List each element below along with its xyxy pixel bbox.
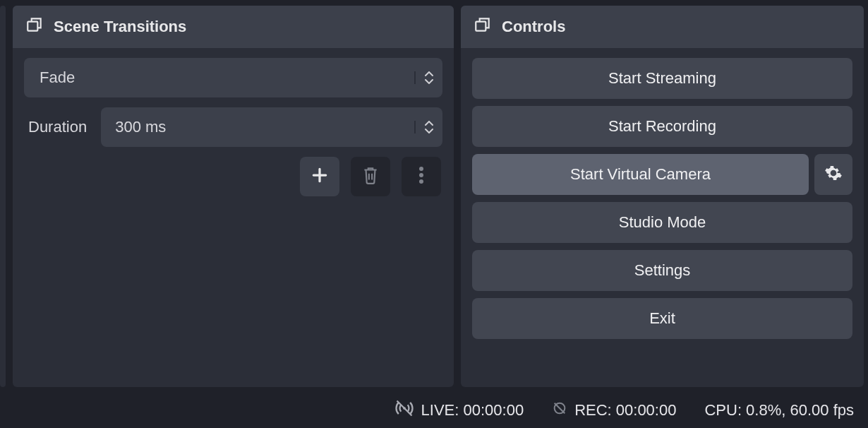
- controls-title: Controls: [502, 18, 565, 36]
- dock-icon: [25, 16, 44, 38]
- duration-input[interactable]: 300 ms: [101, 107, 442, 147]
- svg-point-1: [419, 167, 423, 171]
- duration-label: Duration: [24, 118, 87, 136]
- status-live[interactable]: LIVE: 00:00:00: [394, 398, 524, 422]
- broadcast-off-icon: [394, 398, 414, 422]
- transition-select[interactable]: Fade: [24, 58, 442, 97]
- exit-button[interactable]: Exit: [472, 298, 852, 339]
- controls-panel: Controls Start Streaming Start Recording…: [461, 6, 864, 387]
- scene-transitions-header[interactable]: Scene Transitions: [13, 6, 454, 48]
- status-rec-text: REC: 00:00:00: [574, 401, 676, 420]
- trash-icon: [361, 165, 380, 188]
- start-streaming-button[interactable]: Start Streaming: [472, 58, 852, 99]
- settings-button[interactable]: Settings: [472, 250, 852, 291]
- controls-header[interactable]: Controls: [461, 6, 864, 48]
- status-rec[interactable]: REC: 00:00:00: [552, 400, 676, 420]
- add-transition-button[interactable]: [300, 157, 339, 196]
- duration-input-value: 300 ms: [101, 118, 414, 136]
- status-live-text: LIVE: 00:00:00: [421, 401, 524, 420]
- plus-icon: [311, 166, 329, 187]
- virtual-camera-settings-button[interactable]: [814, 154, 852, 195]
- status-bar: LIVE: 00:00:00 REC: 00:00:00 CPU: 0.8%, …: [0, 394, 868, 427]
- transition-select-value: Fade: [24, 69, 414, 87]
- transition-select-stepper[interactable]: [414, 71, 442, 84]
- scene-transitions-title: Scene Transitions: [54, 18, 186, 36]
- svg-point-3: [419, 179, 423, 184]
- studio-mode-button[interactable]: Studio Mode: [472, 202, 852, 243]
- start-virtual-camera-button[interactable]: Start Virtual Camera: [472, 154, 809, 195]
- svg-point-2: [419, 173, 423, 177]
- scene-transitions-panel: Scene Transitions Fade Duration 300 ms: [13, 6, 454, 387]
- dock-icon: [474, 16, 492, 38]
- svg-rect-4: [476, 22, 486, 31]
- duration-stepper[interactable]: [414, 121, 442, 133]
- remove-transition-button[interactable]: [351, 157, 390, 196]
- gear-icon: [824, 164, 843, 185]
- start-recording-button[interactable]: Start Recording: [472, 106, 852, 147]
- record-off-icon: [552, 400, 567, 420]
- transition-properties-button[interactable]: [402, 157, 441, 196]
- svg-rect-0: [28, 22, 37, 31]
- status-cpu-text: CPU: 0.8%, 60.00 fps: [704, 401, 854, 420]
- dots-vertical-icon: [418, 165, 424, 188]
- status-cpu[interactable]: CPU: 0.8%, 60.00 fps: [704, 401, 854, 420]
- adjacent-panel-edge: [0, 6, 6, 387]
